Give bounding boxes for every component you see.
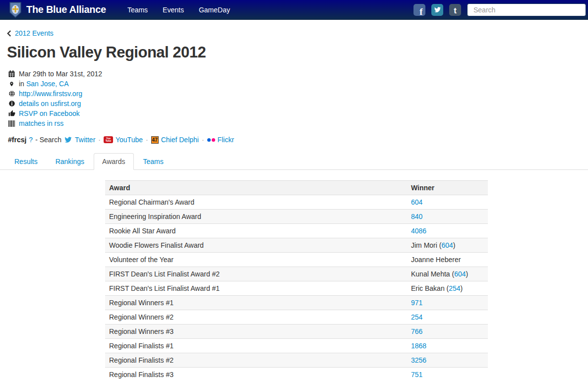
tumblr-icon[interactable]: t [449,4,461,16]
nav-item-gameday[interactable]: GameDay [191,6,237,14]
breadcrumb-events-link[interactable]: 2012 Events [15,29,54,37]
award-name: Regional Winners #2 [105,310,407,325]
map-marker-icon [8,80,15,88]
rsvp-facebook-link[interactable]: RSVP on Facebook [19,109,80,117]
tab-results[interactable]: Results [6,153,46,170]
table-row: Regional Winners #1 971 [105,296,488,310]
table-row: Engineering Inspiration Award 840 [105,210,488,224]
table-row: Regional Winners #3 766 [105,325,488,339]
table-row: Regional Finalists #1 1868 [105,339,488,353]
winner-text: Jim Mori ( [411,241,441,249]
event-location-row: in San Jose, CA [8,79,588,89]
table-row: FIRST Dean's List Finalist Award #1 Eric… [105,281,488,296]
table-row: Volunteer of the Year Joanne Heberer [105,253,488,267]
flickr-search-link[interactable]: Flickr [218,136,234,144]
top-navbar: The Blue Alliance Teams Events GameDay f… [0,0,588,20]
award-name: Volunteer of the Year [105,253,407,267]
location-prefix: in [19,80,24,88]
chief-delphi-search-link[interactable]: Chief Delphi [161,136,199,144]
table-row: Regional Winners #2 254 [105,310,488,325]
award-name: Regional Winners #3 [105,325,407,339]
winner-cell: 4086 [407,224,488,238]
barcode-icon [8,120,15,127]
award-name: FIRST Dean's List Finalist Award #1 [105,281,407,296]
brand-title[interactable]: The Blue Alliance [26,4,106,15]
facebook-icon[interactable]: f [413,4,425,16]
team-link[interactable]: 254 [411,313,422,321]
usfirst-details-link[interactable]: details on usfirst.org [19,100,81,108]
winner-text: Eric Bakan ( [411,284,449,292]
winner-cell: 751 [407,368,488,380]
award-name: Woodie Flowers Finalist Award [105,238,407,253]
winner-text: ) [453,241,456,249]
separator-dot: · [143,136,151,144]
team-link[interactable]: 1868 [411,342,426,350]
winner-cell: 254 [407,310,488,325]
winner-text: Kunal Mehta ( [411,270,454,278]
team-link[interactable]: 4086 [411,227,426,235]
location-link[interactable]: San Jose, CA [26,80,69,88]
team-link[interactable]: 604 [441,241,453,249]
tab-teams[interactable]: Teams [135,153,172,170]
tab-awards[interactable]: Awards [94,153,133,170]
team-link[interactable]: 604 [411,198,422,206]
winner-cell: 1868 [407,339,488,353]
winner-cell: 3256 [407,353,488,368]
award-name: Regional Finalists #3 [105,368,407,380]
award-name: Rookie All Star Award [105,224,407,238]
table-row: Regional Finalists #2 3256 [105,353,488,368]
team-link[interactable]: 840 [411,213,422,220]
event-date-row: Mar 29th to Mar 31st, 2012 [8,69,588,79]
youtube-icon: YouTube [104,136,113,143]
tba-logo-icon[interactable] [9,2,22,18]
team-link[interactable]: 254 [449,284,460,292]
winner-cell: 766 [407,325,488,339]
winner-cell: Joanne Heberer [407,253,488,267]
event-date-text: Mar 29th to Mar 31st, 2012 [19,70,102,78]
team-link[interactable]: 971 [411,299,422,307]
flickr-icon [207,138,215,142]
winner-cell: 971 [407,296,488,310]
search-input[interactable] [467,3,586,16]
table-row: Regional Chairman's Award 604 [105,195,488,210]
winner-cell: 604 [407,195,488,210]
twitter-bird-icon [64,136,72,143]
nav-item-teams[interactable]: Teams [120,6,155,14]
event-rss-row: matches in rss [8,118,588,128]
table-row: Regional Finalists #3 751 [105,368,488,380]
twitter-search-link[interactable]: Twitter [75,136,95,144]
twitter-icon[interactable] [431,4,443,16]
winner-cell: Jim Mori (604) [407,238,488,253]
youtube-search-link[interactable]: YouTube [116,136,143,144]
event-website-link[interactable]: http://www.firstsv.org [19,90,82,98]
winner-column-header: Winner [407,181,488,195]
winner-cell: Eric Bakan (254) [407,281,488,296]
award-name: Regional Chairman's Award [105,195,407,210]
chief-delphi-icon: 47 [151,136,159,144]
team-link[interactable]: 751 [411,371,422,379]
hashtag-label: #frcsj [8,136,26,144]
award-name: Regional Finalists #2 [105,353,407,368]
team-link[interactable]: 3256 [411,356,426,364]
award-column-header: Award [105,181,407,195]
matches-rss-link[interactable]: matches in rss [19,119,63,127]
table-row: Woodie Flowers Finalist Award Jim Mori (… [105,238,488,253]
winner-text: ) [461,284,463,292]
nav-item-events[interactable]: Events [155,6,191,14]
breadcrumb: 2012 Events [7,29,588,37]
event-website-row: http://www.firstsv.org [8,89,588,99]
tab-rankings[interactable]: Rankings [47,153,93,170]
globe-icon [8,90,15,97]
team-link[interactable]: 766 [411,327,422,335]
hashtag-help-link[interactable]: ? [29,136,33,144]
winner-text: ) [466,270,469,278]
thumbs-up-icon [8,110,15,117]
award-name: Regional Winners #1 [105,296,407,310]
team-link[interactable]: 604 [454,270,466,278]
event-details: Mar 29th to Mar 31st, 2012 in San Jose, … [8,69,588,128]
search-prefix-label: - Search [35,136,61,144]
separator-dot: · [95,136,104,144]
awards-table: Award Winner Regional Chairman's Award 6… [105,180,488,380]
separator-dot: · [199,136,207,144]
winner-text: Joanne Heberer [411,256,461,264]
